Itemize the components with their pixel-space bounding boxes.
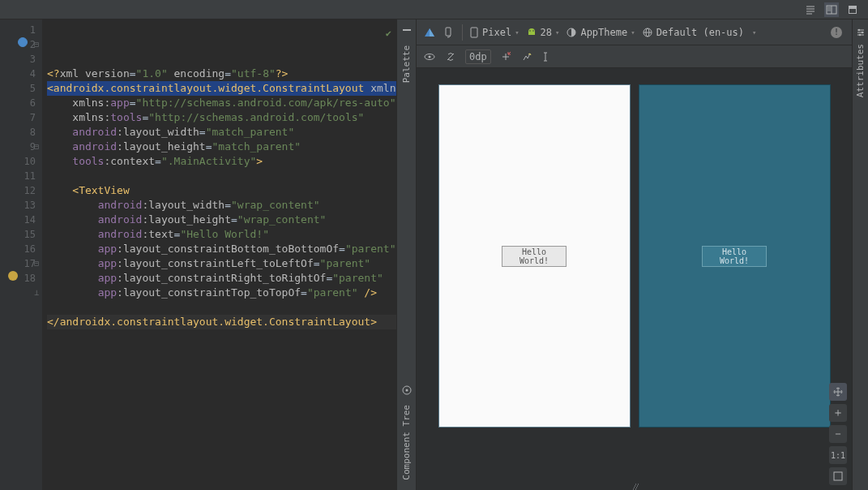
svg-point-6 [405,389,408,392]
fold-icon[interactable]: ⊟ [32,37,41,45]
device-selector[interactable]: Pixel ▾ [469,27,520,38]
design-surface-icon[interactable] [423,26,436,39]
zoom-reset-button[interactable]: 1:1 [829,446,847,464]
preview-device-design[interactable]: Hello World! ⫽ [438,84,631,428]
view-options-icon[interactable] [423,50,436,63]
line-number: 11 [0,169,36,183]
code-line[interactable] [47,300,396,315]
code-text[interactable]: ✔ <?xml version="1.0" encoding="utf-8"?>… [42,19,396,490]
line-number: 1 [0,23,36,37]
blueprint-textview[interactable]: Hello World! [702,246,767,267]
palette-minimize-icon[interactable] [400,24,413,37]
zoom-controls: ＋ － 1:1 [829,383,847,485]
view-text-icon[interactable] [803,2,818,17]
api-level: 28 [541,27,552,38]
line-number: 8 [0,125,36,140]
code-line[interactable] [47,169,396,183]
clear-constraints-icon[interactable] [499,50,512,63]
zoom-in-button[interactable]: ＋ [829,404,847,422]
margin-value: 0dp [469,51,487,62]
warnings-icon[interactable]: ! [831,27,842,38]
component-tree-label[interactable]: Component Tree [401,405,412,480]
autoconnect-icon[interactable] [444,50,457,63]
code-line[interactable]: android:text="Hello World!" [47,227,396,242]
attributes-toggle-icon[interactable] [854,26,867,39]
fold-end-icon[interactable]: ⊥ [32,286,41,294]
view-split-icon[interactable] [824,2,839,17]
infer-constraints-icon[interactable] [520,50,533,63]
palette-strip[interactable]: Palette Component Tree [397,19,417,490]
component-tree-icon[interactable] [400,384,413,397]
code-line[interactable]: android:layout_height="wrap_content" [47,213,396,227]
chevron-down-icon: ▾ [752,28,756,37]
line-number: 14 [0,213,36,227]
svg-point-9 [529,30,531,32]
zoom-fit-button[interactable] [829,467,847,485]
attributes-strip[interactable]: Attributes [852,19,868,490]
code-line[interactable]: android:layout_height="match_parent" [47,140,396,154]
line-number: 6 [0,96,36,110]
attributes-label[interactable]: Attributes [855,44,866,97]
code-line[interactable]: app:layout_constraintBottom_toBottomOf="… [47,242,396,256]
analysis-ok-icon: ✔ [386,26,391,41]
orientation-icon[interactable] [443,26,455,39]
svg-rect-21 [834,472,842,480]
line-marker-icon [18,37,28,47]
svg-point-16 [429,55,431,58]
pan-icon[interactable] [829,383,847,401]
zoom-out-button[interactable]: － [829,425,847,443]
locale-name: Default (en-us) [656,27,744,38]
line-number: 7 [0,110,36,125]
resize-handle-icon[interactable]: ⫽ [629,479,640,490]
svg-point-26 [861,32,862,33]
preview-textview[interactable]: Hello World! [502,246,567,267]
code-line[interactable]: android:layout_width="wrap_content" [47,198,396,213]
top-view-switcher [0,0,868,19]
code-line[interactable]: <?xml version="1.0" encoding="utf-8"?> [47,67,396,81]
preview-device-blueprint[interactable]: Hello World! [639,84,831,428]
code-line[interactable]: app:layout_constraintRight_toRightOf="pa… [47,271,396,286]
chevron-down-icon: ▾ [555,28,559,37]
theme-selector[interactable]: AppTheme ▾ [566,27,635,38]
code-line[interactable]: <androidx.constraintlayout.widget.Constr… [47,81,396,96]
code-line[interactable]: xmlns:app="http://schemas.android.com/ap… [47,96,396,110]
line-number: 5 [0,81,36,96]
line-number: 15 [0,227,36,242]
code-line[interactable]: app:layout_constraintLeft_toLeftOf="pare… [47,256,396,271]
preview-canvas[interactable]: Hello World! ⫽ Hello World! ＋ － 1:1 [417,68,852,490]
svg-point-25 [857,29,859,31]
svg-point-27 [858,34,860,36]
code-line[interactable]: <TextView [47,183,396,198]
design-toolbar: Pixel ▾ 28 ▾ AppTheme ▾ Default (en-us) … [417,19,852,45]
line-number: 18 [0,271,36,286]
line-number: 12 [0,183,36,198]
line-number: 3 [0,52,36,67]
code-line[interactable]: </androidx.constraintlayout.widget.Const… [47,315,396,329]
code-line[interactable]: xmlns:tools="http://schemas.android.com/… [47,110,396,125]
line-number: 4 [0,67,36,81]
chevron-down-icon: ▾ [631,28,635,37]
default-margin[interactable]: 0dp [465,49,491,64]
code-line[interactable]: android:layout_width="match_parent" [47,125,396,140]
device-name: Pixel [482,27,511,38]
svg-rect-8 [471,28,477,37]
theme-name: AppTheme [580,27,627,38]
svg-point-10 [532,30,534,32]
palette-label[interactable]: Palette [401,45,412,83]
view-design-icon[interactable] [845,2,860,17]
svg-rect-7 [446,28,451,36]
fold-icon[interactable]: ⊟ [32,256,41,264]
fold-icon[interactable]: ⊟ [32,140,41,148]
line-number: 10 [0,154,36,169]
intention-bulb-icon[interactable] [8,271,18,281]
design-preview: Pixel ▾ 28 ▾ AppTheme ▾ Default (en-us) … [417,19,852,490]
line-gutter: ⊟ ⊟ ⊟ ⊥ 123456789101112131415161718 [0,19,42,490]
guidelines-icon[interactable] [541,50,554,63]
code-line[interactable]: tools:context=".MainActivity"> [47,154,396,169]
line-number: 9 [0,140,36,154]
api-selector[interactable]: 28 ▾ [526,27,560,38]
chevron-down-icon: ▾ [515,28,519,37]
locale-selector[interactable]: Default (en-us) ▾ [642,27,757,38]
code-line[interactable]: app:layout_constraintTop_toTopOf="parent… [47,286,396,300]
code-editor[interactable]: ⊟ ⊟ ⊟ ⊥ 123456789101112131415161718 ✔ <?… [0,19,397,490]
